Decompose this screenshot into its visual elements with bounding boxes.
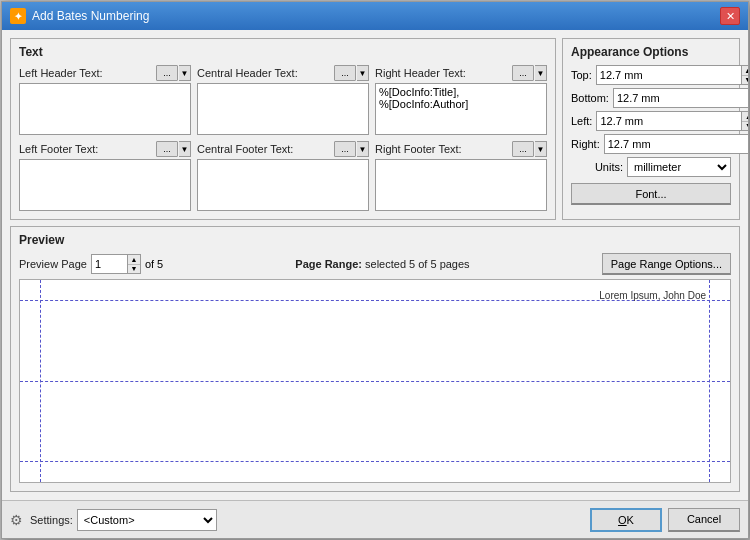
right-header-label-row: Right Header Text: ... ▼ [375, 65, 547, 81]
central-header-label: Central Header Text: [197, 67, 298, 79]
right-footer-input[interactable] [375, 159, 547, 211]
right-header-btn[interactable]: ... [512, 65, 534, 81]
left-input[interactable]: 12.7 mm [596, 111, 741, 131]
top-down-arrow[interactable]: ▼ [742, 76, 748, 85]
add-bates-numbering-dialog: ✦ Add Bates Numbering ✕ Text Left Header… [1, 1, 749, 539]
left-footer-group: Left Footer Text: ... ▼ [19, 141, 191, 211]
dialog-title: Add Bates Numbering [32, 9, 149, 23]
appearance-label: Appearance Options [571, 45, 731, 59]
left-footer-input[interactable] [19, 159, 191, 211]
page-range-label: Page Range: [295, 258, 362, 270]
left-header-arrow[interactable]: ▼ [179, 65, 191, 81]
preview-page-input[interactable]: 1 [91, 254, 127, 274]
left-margin-row: Left: 12.7 mm ▲ ▼ [571, 111, 731, 131]
preview-label: Preview [19, 233, 731, 247]
central-header-group: Central Header Text: ... ▼ [197, 65, 369, 135]
left-header-label: Left Header Text: [19, 67, 103, 79]
left-footer-btn[interactable]: ... [156, 141, 178, 157]
left-up-arrow[interactable]: ▲ [742, 112, 748, 122]
preview-header-left: Preview Page 1 ▲ ▼ of 5 [19, 254, 163, 274]
left-header-input[interactable] [19, 83, 191, 135]
units-label: Units: [571, 161, 623, 173]
page-range-options-button[interactable]: Page Range Options... [602, 253, 731, 275]
margin-bottom-line [20, 461, 730, 462]
dialog-icon: ✦ [10, 8, 26, 24]
preview-text: Lorem Ipsum, John Doe [599, 290, 706, 301]
mid-line [20, 381, 730, 382]
central-footer-input[interactable] [197, 159, 369, 211]
title-bar: ✦ Add Bates Numbering ✕ [2, 2, 748, 30]
right-footer-arrow[interactable]: ▼ [535, 141, 547, 157]
right-margin-row: Right: 12.7 mm ▲ ▼ [571, 134, 731, 154]
close-button[interactable]: ✕ [720, 7, 740, 25]
right-footer-btn-group: ... ▼ [512, 141, 547, 157]
left-header-label-row: Left Header Text: ... ▼ [19, 65, 191, 81]
preview-page-down[interactable]: ▼ [128, 265, 140, 274]
central-header-input[interactable] [197, 83, 369, 135]
right-footer-label-row: Right Footer Text: ... ▼ [375, 141, 547, 157]
ok-label: O [618, 514, 627, 526]
central-footer-arrow[interactable]: ▼ [357, 141, 369, 157]
right-spinbox: 12.7 mm ▲ ▼ [604, 134, 748, 154]
left-margin-label: Left: [571, 115, 592, 127]
central-header-btn[interactable]: ... [334, 65, 356, 81]
header-fields-row: Left Header Text: ... ▼ Central Header T… [19, 65, 547, 135]
right-footer-btn[interactable]: ... [512, 141, 534, 157]
left-down-arrow[interactable]: ▼ [742, 122, 748, 131]
right-header-group: Right Header Text: ... ▼ %[DocInfo:Title… [375, 65, 547, 135]
left-footer-label: Left Footer Text: [19, 143, 98, 155]
left-footer-btn-group: ... ▼ [156, 141, 191, 157]
preview-of-label: of 5 [145, 258, 163, 270]
title-bar-left: ✦ Add Bates Numbering [10, 8, 149, 24]
ok-label-rest: K [627, 514, 634, 526]
central-footer-label: Central Footer Text: [197, 143, 293, 155]
ok-button[interactable]: OK [590, 508, 662, 532]
right-margin-label: Right: [571, 138, 600, 150]
top-up-arrow[interactable]: ▲ [742, 66, 748, 76]
central-footer-group: Central Footer Text: ... ▼ [197, 141, 369, 211]
top-label: Top: [571, 69, 592, 81]
central-footer-btn[interactable]: ... [334, 141, 356, 157]
settings-select[interactable]: <Custom> [77, 509, 217, 531]
text-section: Text Left Header Text: ... ▼ [10, 38, 556, 220]
central-footer-label-row: Central Footer Text: ... ▼ [197, 141, 369, 157]
footer-fields-row: Left Footer Text: ... ▼ Central Footer T… [19, 141, 547, 211]
right-footer-label: Right Footer Text: [375, 143, 462, 155]
left-header-btn[interactable]: ... [156, 65, 178, 81]
top-arrows: ▲ ▼ [741, 65, 748, 85]
bottom-buttons: OK Cancel [590, 508, 740, 532]
cancel-button[interactable]: Cancel [668, 508, 740, 532]
central-header-label-row: Central Header Text: ... ▼ [197, 65, 369, 81]
left-spinbox: 12.7 mm ▲ ▼ [596, 111, 748, 131]
top-input[interactable]: 12.7 mm [596, 65, 741, 85]
right-footer-group: Right Footer Text: ... ▼ [375, 141, 547, 211]
bottom-bar: ⚙ Settings: <Custom> OK Cancel [2, 500, 748, 538]
settings-area: ⚙ Settings: <Custom> [10, 509, 590, 531]
units-select[interactable]: millimeter inch point [627, 157, 731, 177]
preview-header: Preview Page 1 ▲ ▼ of 5 Page Range: sele… [19, 253, 731, 275]
left-header-group: Left Header Text: ... ▼ [19, 65, 191, 135]
preview-canvas: Lorem Ipsum, John Doe [19, 279, 731, 483]
top-row: Top: 12.7 mm ▲ ▼ [571, 65, 731, 85]
preview-page-label: Preview Page [19, 258, 87, 270]
right-input[interactable]: 12.7 mm [604, 134, 748, 154]
top-spinbox: 12.7 mm ▲ ▼ [596, 65, 748, 85]
left-footer-arrow[interactable]: ▼ [179, 141, 191, 157]
units-row: Units: millimeter inch point [571, 157, 731, 177]
bottom-label: Bottom: [571, 92, 609, 104]
right-header-btn-group: ... ▼ [512, 65, 547, 81]
page-range-info: Page Range: selected 5 of 5 pages [163, 258, 601, 270]
preview-page-spinbox: 1 ▲ ▼ [91, 254, 141, 274]
central-header-arrow[interactable]: ▼ [357, 65, 369, 81]
font-button[interactable]: Font... [571, 183, 731, 205]
preview-page-arrows: ▲ ▼ [127, 254, 141, 274]
right-header-input[interactable]: %[DocInfo:Title], %[DocInfo:Author] [375, 83, 547, 135]
left-footer-label-row: Left Footer Text: ... ▼ [19, 141, 191, 157]
central-header-btn-group: ... ▼ [334, 65, 369, 81]
right-header-arrow[interactable]: ▼ [535, 65, 547, 81]
central-footer-btn-group: ... ▼ [334, 141, 369, 157]
preview-page-up[interactable]: ▲ [128, 255, 140, 265]
bottom-input[interactable]: 12.7 mm [613, 88, 748, 108]
settings-label: Settings: [30, 514, 73, 526]
top-sections: Text Left Header Text: ... ▼ [10, 38, 740, 220]
